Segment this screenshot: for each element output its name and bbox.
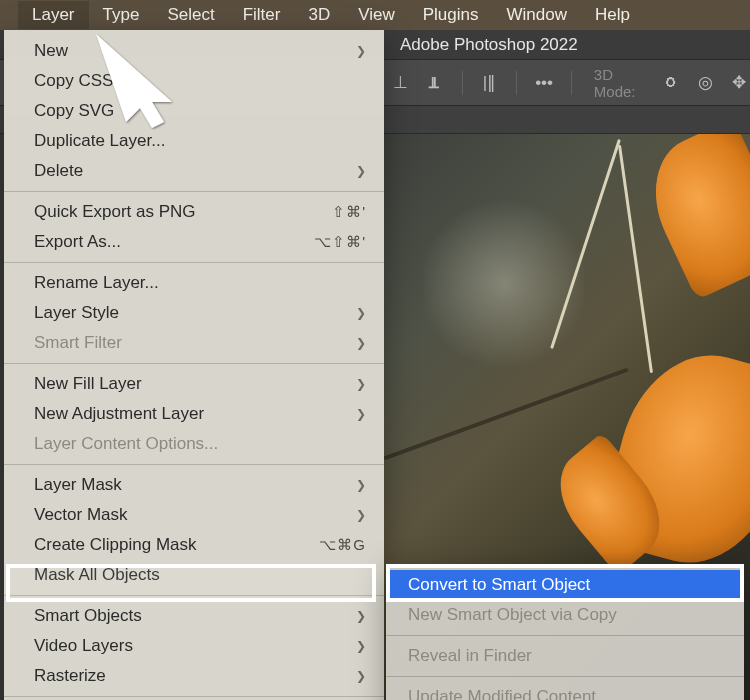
menubar-item-window[interactable]: Window: [492, 1, 580, 29]
toolbar-divider: [516, 71, 517, 95]
menu-label: Rasterize: [34, 666, 356, 686]
menu-label: Copy CSS: [34, 71, 366, 91]
layer-menu-copy-css[interactable]: Copy CSS: [4, 66, 384, 96]
menu-label: Reveal in Finder: [408, 646, 722, 666]
chevron-right-icon: ❯: [356, 609, 366, 623]
move-3d-icon[interactable]: ✥: [728, 72, 750, 93]
smart-objects-reveal-in-finder: Reveal in Finder: [386, 641, 744, 671]
chevron-right-icon: ❯: [356, 669, 366, 683]
menu-label: New Smart Object via Copy: [408, 605, 722, 625]
menu-label: Layer Mask: [34, 475, 356, 495]
menu-label: Delete: [34, 161, 356, 181]
layer-menu-duplicate-layer[interactable]: Duplicate Layer...: [4, 126, 384, 156]
smart-objects-convert-to-smart-object[interactable]: Convert to Smart Object: [386, 570, 744, 600]
layer-menu-separator: [4, 363, 384, 364]
layer-menu-layer-style[interactable]: Layer Style❯: [4, 298, 384, 328]
layer-menu-dropdown: New❯Copy CSSCopy SVGDuplicate Layer...De…: [4, 30, 384, 700]
smart-objects-separator: [386, 676, 744, 677]
chevron-right-icon: ❯: [356, 336, 366, 350]
menu-label: Rename Layer...: [34, 273, 366, 293]
menu-label: Quick Export as PNG: [34, 202, 332, 222]
layer-menu-separator: [4, 262, 384, 263]
layer-menu-create-clipping-mask[interactable]: Create Clipping Mask⌥⌘G: [4, 530, 384, 560]
layer-menu-rasterize[interactable]: Rasterize❯: [4, 661, 384, 691]
align-bottom-icon[interactable]: ⫫: [424, 73, 446, 93]
chevron-right-icon: ❯: [356, 306, 366, 320]
chevron-right-icon: ❯: [356, 508, 366, 522]
smart-objects-new-smart-object-via-copy: New Smart Object via Copy: [386, 600, 744, 630]
menubar-item-plugins[interactable]: Plugins: [409, 1, 493, 29]
menu-label: Smart Filter: [34, 333, 356, 353]
layer-menu-vector-mask[interactable]: Vector Mask❯: [4, 500, 384, 530]
menu-label: Convert to Smart Object: [408, 575, 722, 595]
layer-menu-mask-all-objects[interactable]: Mask All Objects: [4, 560, 384, 590]
orbit-icon[interactable]: ⭘: [660, 73, 682, 93]
layer-menu-rename-layer[interactable]: Rename Layer...: [4, 268, 384, 298]
chevron-right-icon: ❯: [356, 164, 366, 178]
menu-label: Mask All Objects: [34, 565, 366, 585]
menu-label: New Adjustment Layer: [34, 404, 356, 424]
menubar-item-select[interactable]: Select: [153, 1, 228, 29]
layer-menu-quick-export-as-png[interactable]: Quick Export as PNG⇧⌘': [4, 197, 384, 227]
chevron-right-icon: ❯: [356, 478, 366, 492]
layer-menu-new-adjustment-layer[interactable]: New Adjustment Layer❯: [4, 399, 384, 429]
more-options-icon[interactable]: •••: [533, 73, 555, 93]
menu-label: New Fill Layer: [34, 374, 356, 394]
layer-menu-layer-mask[interactable]: Layer Mask❯: [4, 470, 384, 500]
menu-shortcut: ⇧⌘': [332, 203, 366, 221]
rotate-icon[interactable]: ◎: [694, 72, 716, 93]
chevron-right-icon: ❯: [356, 377, 366, 391]
layer-menu-layer-content-options: Layer Content Options...: [4, 429, 384, 459]
menu-label: Smart Objects: [34, 606, 356, 626]
layer-menu-separator: [4, 191, 384, 192]
menu-shortcut: ⌥⌘G: [319, 536, 366, 554]
menu-label: Export As...: [34, 232, 314, 252]
layer-menu-smart-objects[interactable]: Smart Objects❯: [4, 601, 384, 631]
menubar-item-help[interactable]: Help: [581, 1, 644, 29]
menu-label: New: [34, 41, 356, 61]
smart-objects-update-modified-content: Update Modified Content: [386, 682, 744, 700]
layer-menu-smart-filter: Smart Filter❯: [4, 328, 384, 358]
menubar-item-3d[interactable]: 3D: [294, 1, 344, 29]
menu-label: Copy SVG: [34, 101, 366, 121]
chevron-right-icon: ❯: [356, 639, 366, 653]
layer-menu-new[interactable]: New❯: [4, 36, 384, 66]
layer-menu-video-layers[interactable]: Video Layers❯: [4, 631, 384, 661]
menubar: LayerTypeSelectFilter3DViewPluginsWindow…: [0, 0, 750, 30]
menu-label: Layer Style: [34, 303, 356, 323]
distribute-icon[interactable]: |‖: [479, 72, 501, 93]
layer-menu-new-fill-layer[interactable]: New Fill Layer❯: [4, 369, 384, 399]
chevron-right-icon: ❯: [356, 44, 366, 58]
menu-label: Duplicate Layer...: [34, 131, 366, 151]
smart-objects-separator: [386, 635, 744, 636]
align-top-icon[interactable]: ⊥: [390, 72, 412, 93]
menu-label: Create Clipping Mask: [34, 535, 319, 555]
smart-objects-submenu: Convert to Smart ObjectNew Smart Object …: [386, 564, 744, 700]
menu-label: Vector Mask: [34, 505, 356, 525]
menu-label: Video Layers: [34, 636, 356, 656]
menubar-item-layer[interactable]: Layer: [18, 1, 89, 29]
layer-menu-copy-svg[interactable]: Copy SVG: [4, 96, 384, 126]
menubar-item-type[interactable]: Type: [89, 1, 154, 29]
menu-label: Update Modified Content: [408, 687, 722, 700]
layer-menu-separator: [4, 595, 384, 596]
layer-menu-separator: [4, 696, 384, 697]
layer-menu-export-as[interactable]: Export As...⌥⇧⌘': [4, 227, 384, 257]
menu-label: Layer Content Options...: [34, 434, 366, 454]
layer-menu-separator: [4, 464, 384, 465]
menu-shortcut: ⌥⇧⌘': [314, 233, 366, 251]
layer-menu-delete[interactable]: Delete❯: [4, 156, 384, 186]
app-title: Adobe Photoshop 2022: [400, 35, 578, 55]
menubar-item-filter[interactable]: Filter: [229, 1, 295, 29]
chevron-right-icon: ❯: [356, 407, 366, 421]
menubar-item-view[interactable]: View: [344, 1, 409, 29]
toolbar-divider: [462, 71, 463, 95]
toolbar-divider: [571, 71, 572, 95]
mode-label: 3D Mode:: [594, 66, 649, 100]
